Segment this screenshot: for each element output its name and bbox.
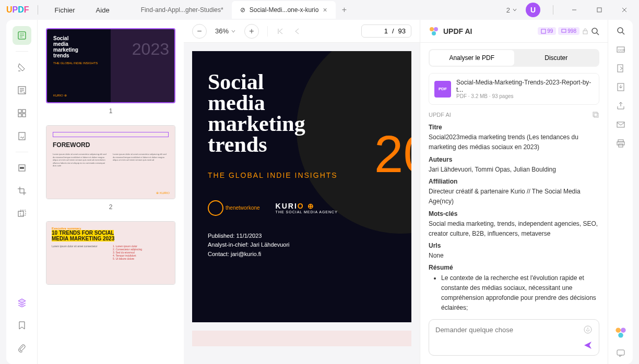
attachment-icon[interactable]: [13, 339, 31, 358]
send-button[interactable]: [583, 341, 593, 350]
minimize-button[interactable]: [566, 3, 583, 17]
prev-page-button[interactable]: [293, 27, 301, 35]
ai-panel: UPDF AI 99 998 Analyser le PDF: [420, 20, 608, 364]
highlight-icon[interactable]: [13, 58, 31, 77]
thumb-page-num: 1: [46, 107, 175, 115]
thumbnail-2[interactable]: FOREWORD Lorem ipsum dolor sit amet cons…: [46, 125, 175, 211]
print-icon[interactable]: [616, 139, 625, 148]
zoom-dropdown[interactable]: 36%: [215, 27, 236, 35]
search-icon[interactable]: [616, 26, 625, 35]
chevron-down-icon: [231, 29, 236, 34]
hint-icon[interactable]: [583, 325, 593, 334]
svg-point-31: [616, 327, 621, 333]
page-total: 93: [398, 27, 406, 35]
crop-icon[interactable]: [13, 181, 31, 200]
tab-bar: Find-and-Appl...gher-Studies* ⊘ Social-M…: [133, 1, 353, 19]
svg-rect-30: [619, 144, 623, 147]
bookmark-icon[interactable]: [13, 316, 31, 335]
svg-point-33: [618, 333, 623, 338]
thumb-logo: KURIO ⊕: [53, 93, 67, 97]
page-indicator: / 93: [361, 25, 411, 38]
svg-point-18: [592, 28, 597, 33]
share-icon[interactable]: [616, 101, 625, 111]
tab-active[interactable]: ⊘ Social-Medi...one-x-kurio ×: [232, 1, 336, 19]
main-area: Socialmediamarketingtrends 2023 THE GLOB…: [6, 20, 633, 364]
svg-point-14: [432, 31, 436, 35]
page-input[interactable]: [367, 27, 388, 35]
svg-rect-34: [617, 350, 624, 355]
maximize-button[interactable]: [591, 3, 608, 17]
ocr-icon[interactable]: OCR: [616, 45, 625, 54]
document-page-2-peek: [192, 331, 411, 346]
titlebar-right: 2 U: [506, 3, 633, 17]
doc-title: Socialmediamarketingtrends: [208, 72, 396, 155]
close-icon[interactable]: ×: [323, 6, 327, 14]
feedback-icon[interactable]: [616, 348, 625, 358]
svg-rect-5: [18, 114, 21, 117]
thumbnail-3[interactable]: Executive summary 10 TRENDS FOR SOCIALME…: [46, 221, 175, 285]
edit-text-icon[interactable]: [13, 81, 31, 100]
app-logo: UPDF: [6, 5, 29, 15]
reader-mode-icon[interactable]: [13, 26, 31, 45]
svg-rect-28: [618, 140, 623, 142]
layers-icon[interactable]: [13, 293, 31, 312]
redact-icon[interactable]: [13, 159, 31, 177]
divider: [38, 5, 38, 15]
chevron-down-icon: [512, 7, 517, 13]
thumbnail-1[interactable]: Socialmediamarketingtrends 2023 THE GLOB…: [46, 28, 175, 115]
svg-rect-15: [541, 29, 546, 33]
thumb-title: 10 TRENDS FOR SOCIALMEDIA MARKETING 2023: [52, 230, 170, 241]
updf-logo-icon[interactable]: [614, 326, 627, 339]
ai-prompt-input[interactable]: [435, 326, 583, 334]
divider: [553, 5, 553, 15]
zoom-in-button[interactable]: +: [244, 24, 259, 39]
thumb-page-num: 2: [46, 203, 175, 211]
pdf-icon: PDF: [434, 81, 451, 98]
badge-2[interactable]: 998: [558, 27, 579, 35]
tab-discuss[interactable]: Discuter: [514, 50, 599, 66]
svg-rect-27: [617, 122, 624, 127]
svg-rect-16: [562, 29, 566, 32]
export-icon[interactable]: [616, 82, 625, 92]
svg-rect-9: [20, 167, 24, 169]
svg-rect-7: [19, 132, 25, 140]
svg-rect-3: [18, 110, 21, 113]
right-toolbar: OCR: [608, 20, 633, 364]
svg-rect-4: [22, 110, 26, 113]
lock-icon[interactable]: [582, 28, 589, 35]
tab-inactive[interactable]: Find-and-Appl...gher-Studies*: [133, 1, 232, 19]
organize-icon[interactable]: [13, 104, 31, 123]
zoom-out-button[interactable]: −: [192, 24, 207, 39]
close-button[interactable]: [616, 3, 633, 17]
avatar[interactable]: U: [526, 3, 540, 17]
compress-icon[interactable]: [13, 204, 31, 223]
titlebar: UPDF Fichier Aide Find-and-Appl...gher-S…: [0, 0, 639, 20]
tab-label: Find-and-Appl...gher-Studies*: [141, 6, 223, 14]
menu-help[interactable]: Aide: [88, 4, 118, 16]
mail-icon[interactable]: [616, 120, 625, 129]
doc-icon: [541, 29, 546, 34]
svg-rect-19: [593, 112, 597, 116]
ai-response-body: UPDF AI Titre Social2023media marketing …: [420, 111, 608, 313]
doc-logo-networkone: thenetworkone: [208, 200, 260, 216]
svg-point-32: [621, 327, 626, 333]
svg-point-22: [618, 28, 623, 33]
convert-icon[interactable]: [616, 64, 625, 73]
copy-icon[interactable]: [592, 111, 599, 118]
document-viewer: − 36% + / 93 20 Socialmediama: [184, 20, 420, 364]
search-icon[interactable]: [591, 27, 599, 35]
badge-1[interactable]: 99: [538, 27, 556, 35]
viewer-toolbar: − 36% + / 93: [184, 20, 420, 43]
chat-icon: [561, 29, 566, 34]
svg-rect-6: [22, 114, 26, 117]
tab-analyze[interactable]: Analyser le PDF: [430, 50, 514, 66]
ai-title: UPDF AI: [443, 27, 472, 35]
new-tab-button[interactable]: +: [336, 1, 353, 19]
thumbnail-panel: Socialmediamarketingtrends 2023 THE GLOB…: [38, 20, 184, 364]
ai-tab-switcher: Analyser le PDF Discuter: [429, 49, 599, 67]
fill-sign-icon[interactable]: [13, 127, 31, 145]
file-icon: ⊘: [240, 6, 245, 14]
menu-file[interactable]: Fichier: [46, 4, 84, 16]
notification-count[interactable]: 2: [506, 6, 517, 14]
first-page-button[interactable]: [276, 27, 285, 35]
